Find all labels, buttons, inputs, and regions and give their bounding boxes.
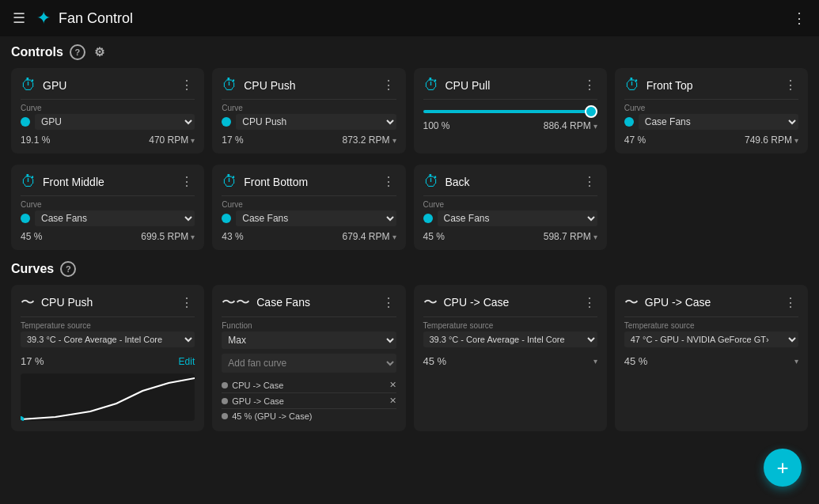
fan-cards-row2: ⏱ Front Middle ⋮ Curve Case Fans 45 % 69… <box>11 165 808 250</box>
main-content: Controls ? ⚙ ⏱ GPU ⋮ Curve GPU 1 <box>0 36 819 504</box>
curve-cards-grid: 〜 CPU Push ⋮ Temperature source 39.3 °C … <box>11 285 808 431</box>
sub-curve-label-1: GPU -> Case <box>232 396 284 406</box>
sub-curve-label-2: 45 % (GPU -> Case) <box>232 411 312 421</box>
fan-name-cpu-push: CPU Push <box>244 79 295 92</box>
fan-card-front-bottom: ⏱ Front Bottom ⋮ Curve Case Fans 43 % 67… <box>212 165 405 250</box>
curve-dot-front-middle <box>21 214 30 223</box>
fan-rpm-front-top: 749.6 RPM ▾ <box>745 135 798 146</box>
temp-source-select-cpu-case[interactable]: 39.3 °C - Core Average - Intel Core <box>423 332 597 347</box>
fan-name-gpu: GPU <box>43 79 66 92</box>
curves-heading: Curves ? <box>11 261 808 277</box>
curve-name-case-fans: Case Fans <box>256 296 310 309</box>
curve-card-cpu-push: 〜 CPU Push ⋮ Temperature source 39.3 °C … <box>11 285 204 431</box>
fan-menu-front-top[interactable]: ⋮ <box>783 78 798 93</box>
curve-edit-cpu-push[interactable]: Edit <box>179 356 195 367</box>
percent-chevron-gpu-case: ▾ <box>794 357 798 366</box>
sub-curve-remove-0[interactable]: ✕ <box>389 380 396 390</box>
curve-dot-gpu <box>21 117 30 127</box>
sub-curve-item-1: GPU -> Case ✕ <box>222 393 396 409</box>
curve-menu-cpu-case[interactable]: ⋮ <box>582 295 597 310</box>
fan-menu-back[interactable]: ⋮ <box>582 174 597 189</box>
gauge-icon-cpu-push: ⏱ <box>222 76 237 94</box>
curve-icon-gpu-case: 〜 <box>624 293 639 312</box>
fan-rpm-front-middle: 699.5 RPM ▾ <box>141 231 195 242</box>
fan-app-icon: ✦ <box>36 8 51 28</box>
fan-name-front-bottom: Front Bottom <box>244 176 308 188</box>
curve-dot-front-top <box>624 117 634 127</box>
curve-name-gpu-case: GPU -> Case <box>645 296 711 309</box>
sub-dot-1 <box>222 398 228 404</box>
gauge-icon-front-bottom: ⏱ <box>222 172 237 191</box>
fan-card-cpu-pull: ⏱ CPU Pull ⋮ 100 % 886.4 RPM ▾ <box>414 68 607 153</box>
gauge-icon-gpu: ⏱ <box>21 76 36 94</box>
fan-rpm-cpu-push: 873.2 RPM ▾ <box>342 135 396 146</box>
curve-percent-cpu-push: 17 % <box>21 355 44 367</box>
sub-curve-remove-1[interactable]: ✕ <box>389 396 396 406</box>
controls-settings-icon[interactable]: ⚙ <box>92 44 108 60</box>
fan-menu-front-bottom[interactable]: ⋮ <box>381 174 396 189</box>
app-title: Fan Control <box>59 10 133 27</box>
fan-percent-front-top: 47 % <box>624 135 646 146</box>
curve-menu-gpu-case[interactable]: ⋮ <box>783 295 798 310</box>
fan-rpm-front-bottom: 679.4 RPM ▾ <box>342 231 396 242</box>
fan-rpm-gpu: 470 RPM ▾ <box>149 135 195 146</box>
gauge-icon-front-top: ⏱ <box>624 76 640 94</box>
gauge-icon-front-middle: ⏱ <box>21 172 36 191</box>
curve-percent-gpu-case: 45 % <box>624 355 648 367</box>
controls-label: Controls <box>11 45 63 59</box>
curve-menu-case-fans[interactable]: ⋮ <box>381 295 396 310</box>
cpu-pull-slider[interactable] <box>423 110 597 113</box>
fan-menu-cpu-push[interactable]: ⋮ <box>381 78 396 93</box>
fan-card-gpu: ⏱ GPU ⋮ Curve GPU 19.1 % 470 RPM ▾ <box>11 68 204 153</box>
fan-menu-cpu-pull[interactable]: ⋮ <box>582 78 597 93</box>
curve-select-front-top[interactable]: Case Fans <box>639 114 798 130</box>
func-select-case-fans[interactable]: Max <box>222 332 396 349</box>
controls-heading: Controls ? ⚙ <box>11 44 808 60</box>
gauge-icon-back: ⏱ <box>423 172 439 191</box>
curve-percent-cpu-case: 45 % <box>423 355 447 367</box>
curve-icon-cpu-push: 〜 <box>21 293 35 312</box>
curves-label: Curves <box>11 262 54 276</box>
curve-chart-cpu-push <box>21 373 195 421</box>
fan-name-front-top: Front Top <box>646 79 693 92</box>
curve-select-gpu[interactable]: GPU <box>35 114 195 130</box>
add-fan-curve-case-fans[interactable]: Add fan curve <box>222 354 396 373</box>
curve-select-back[interactable]: Case Fans <box>438 210 597 226</box>
fan-name-cpu-pull: CPU Pull <box>446 79 491 92</box>
sub-dot-0 <box>222 382 228 388</box>
curve-select-front-middle[interactable]: Case Fans <box>35 210 195 226</box>
curve-select-cpu-push[interactable]: CPU Push <box>236 114 396 130</box>
add-fab[interactable]: + <box>764 449 802 487</box>
fan-rpm-cpu-pull: 886.4 RPM ▾ <box>544 120 597 131</box>
curve-select-front-bottom[interactable]: Case Fans <box>236 210 396 226</box>
temp-source-select-gpu-case[interactable]: 47 °C - GPU - NVIDIA GeForce GT› <box>624 332 798 347</box>
fan-card-back: ⏱ Back ⋮ Curve Case Fans 45 % 598.7 RPM … <box>414 165 607 250</box>
fan-menu-gpu[interactable]: ⋮ <box>179 78 195 93</box>
sub-curves-list: CPU -> Case ✕ GPU -> Case ✕ 45 % (GPU ->… <box>222 377 396 423</box>
curve-label-cpu-push: Curve <box>222 104 396 112</box>
more-options-icon[interactable]: ⋮ <box>789 6 810 30</box>
fan-card-front-middle: ⏱ Front Middle ⋮ Curve Case Fans 45 % 69… <box>11 165 204 250</box>
fan-percent-cpu-pull: 100 % <box>423 120 450 131</box>
menu-icon[interactable]: ☰ <box>9 6 28 30</box>
curve-menu-cpu-push[interactable]: ⋮ <box>179 295 195 310</box>
percent-chevron-cpu-case: ▾ <box>593 357 597 366</box>
fan-card-cpu-push: ⏱ CPU Push ⋮ Curve CPU Push 17 % 873.2 R… <box>212 68 405 153</box>
curve-label-front-middle: Curve <box>21 200 195 209</box>
empty-cell <box>615 165 808 250</box>
curve-dot-cpu-push <box>222 117 231 127</box>
temp-source-select-cpu-push[interactable]: 39.3 °C - Core Average - Intel Core <box>21 332 195 347</box>
controls-help-icon[interactable]: ? <box>70 44 85 60</box>
svg-point-0 <box>21 416 24 421</box>
fan-card-front-top: ⏱ Front Top ⋮ Curve Case Fans 47 % 749.6… <box>615 68 808 153</box>
curve-label-back: Curve <box>423 200 597 209</box>
gauge-icon-cpu-pull: ⏱ <box>423 76 439 94</box>
func-label-case-fans: Function <box>222 321 396 330</box>
curve-label-gpu: Curve <box>21 104 195 112</box>
fan-menu-front-middle[interactable]: ⋮ <box>179 174 195 189</box>
sub-curve-label-0: CPU -> Case <box>232 381 283 390</box>
header-left: ☰ ✦ Fan Control <box>9 6 133 30</box>
sub-curve-item-0: CPU -> Case ✕ <box>222 377 396 393</box>
curves-help-icon[interactable]: ? <box>60 261 76 277</box>
fan-cards-row1: ⏱ GPU ⋮ Curve GPU 19.1 % 470 RPM ▾ <box>11 68 808 153</box>
